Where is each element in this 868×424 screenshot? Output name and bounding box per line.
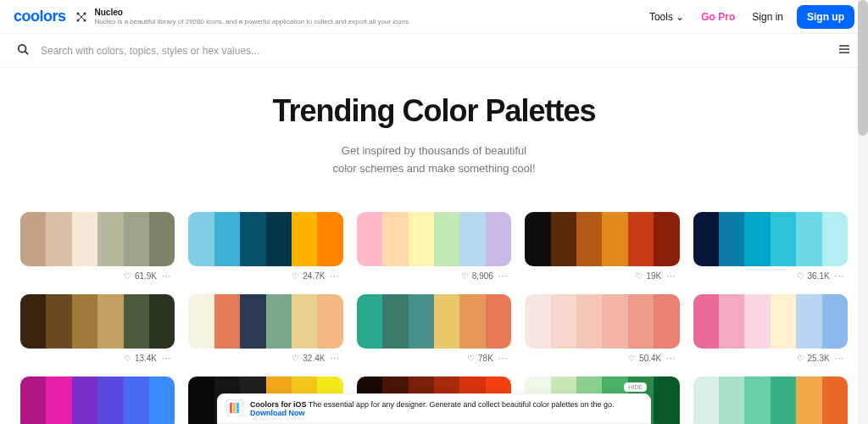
color-chip[interactable] bbox=[382, 294, 408, 349]
color-chip[interactable] bbox=[214, 294, 240, 349]
color-chip[interactable] bbox=[486, 294, 511, 349]
color-chip[interactable] bbox=[693, 294, 719, 349]
palette-swatch[interactable] bbox=[525, 212, 679, 266]
heart-icon[interactable]: ♡ bbox=[292, 271, 299, 281]
heart-icon[interactable]: ♡ bbox=[797, 354, 804, 363]
color-chip[interactable] bbox=[744, 377, 770, 424]
palette-card[interactable]: ♡78K··· bbox=[357, 294, 511, 363]
color-chip[interactable] bbox=[796, 377, 821, 424]
color-chip[interactable] bbox=[240, 212, 265, 266]
heart-icon[interactable]: ♡ bbox=[292, 354, 299, 363]
color-chip[interactable] bbox=[576, 294, 602, 349]
color-chip[interactable] bbox=[654, 377, 679, 424]
more-icon[interactable]: ··· bbox=[328, 271, 341, 281]
more-icon[interactable]: ··· bbox=[497, 354, 509, 363]
color-chip[interactable] bbox=[20, 212, 46, 266]
promo-banner[interactable]: Nucleo Nucleo is a beautiful library of … bbox=[75, 8, 411, 25]
color-chip[interactable] bbox=[188, 212, 214, 266]
color-chip[interactable] bbox=[719, 212, 744, 266]
color-chip[interactable] bbox=[576, 212, 602, 266]
palette-swatch[interactable] bbox=[20, 212, 175, 266]
color-chip[interactable] bbox=[266, 294, 292, 349]
more-icon[interactable]: ··· bbox=[665, 354, 677, 363]
color-chip[interactable] bbox=[434, 294, 459, 349]
color-chip[interactable] bbox=[602, 212, 627, 266]
color-chip[interactable] bbox=[796, 212, 821, 266]
heart-icon[interactable]: ♡ bbox=[467, 354, 475, 363]
color-chip[interactable] bbox=[240, 294, 265, 349]
heart-icon[interactable]: ♡ bbox=[124, 354, 131, 363]
palette-swatch[interactable] bbox=[20, 294, 175, 349]
color-chip[interactable] bbox=[628, 294, 654, 349]
color-chip[interactable] bbox=[124, 212, 149, 266]
more-icon[interactable]: ··· bbox=[665, 271, 677, 281]
menu-icon[interactable] bbox=[837, 42, 851, 59]
color-chip[interactable] bbox=[771, 377, 796, 424]
palette-swatch[interactable] bbox=[20, 377, 175, 424]
scroll-thumb[interactable] bbox=[858, 0, 868, 136]
palette-card[interactable]: ♡24.7K··· bbox=[188, 212, 342, 281]
color-chip[interactable] bbox=[551, 212, 576, 266]
color-chip[interactable] bbox=[214, 212, 240, 266]
palette-card[interactable]: ♡25.3K··· bbox=[693, 294, 848, 363]
color-chip[interactable] bbox=[409, 294, 434, 349]
color-chip[interactable] bbox=[97, 294, 123, 349]
hide-promo-button[interactable]: HIDE bbox=[624, 382, 647, 392]
palette-card[interactable]: ♡36.1K··· bbox=[693, 212, 848, 281]
color-chip[interactable] bbox=[551, 294, 576, 349]
palette-swatch[interactable] bbox=[188, 212, 342, 266]
color-chip[interactable] bbox=[124, 377, 149, 424]
color-chip[interactable] bbox=[20, 377, 46, 424]
color-chip[interactable] bbox=[409, 212, 434, 266]
color-chip[interactable] bbox=[525, 294, 550, 349]
palette-swatch[interactable] bbox=[188, 294, 342, 349]
palette-swatch[interactable] bbox=[357, 294, 511, 349]
scrollbar[interactable] bbox=[858, 0, 868, 424]
color-chip[interactable] bbox=[292, 212, 317, 266]
tools-menu[interactable]: Tools ⌄ bbox=[641, 6, 693, 28]
palette-swatch[interactable] bbox=[693, 212, 848, 266]
color-chip[interactable] bbox=[97, 212, 123, 266]
palette-card[interactable]: ♡19K··· bbox=[525, 212, 679, 281]
heart-icon[interactable]: ♡ bbox=[124, 271, 131, 281]
color-chip[interactable] bbox=[72, 294, 97, 349]
more-icon[interactable]: ··· bbox=[328, 354, 341, 363]
color-chip[interactable] bbox=[317, 294, 342, 349]
color-chip[interactable] bbox=[149, 294, 175, 349]
color-chip[interactable] bbox=[188, 377, 214, 424]
color-chip[interactable] bbox=[525, 212, 550, 266]
color-chip[interactable] bbox=[459, 294, 485, 349]
color-chip[interactable] bbox=[357, 212, 382, 266]
palette-card[interactable]: ♡13.4K··· bbox=[20, 294, 175, 363]
color-chip[interactable] bbox=[693, 212, 719, 266]
color-chip[interactable] bbox=[124, 294, 149, 349]
more-icon[interactable]: ··· bbox=[833, 271, 846, 281]
color-chip[interactable] bbox=[434, 212, 459, 266]
more-icon[interactable]: ··· bbox=[160, 354, 173, 363]
more-icon[interactable]: ··· bbox=[833, 354, 846, 363]
palette-swatch[interactable] bbox=[693, 377, 848, 424]
color-chip[interactable] bbox=[72, 377, 97, 424]
color-chip[interactable] bbox=[654, 212, 679, 266]
more-icon[interactable]: ··· bbox=[497, 271, 509, 281]
palette-card[interactable]: ♡61.9K··· bbox=[20, 212, 175, 281]
color-chip[interactable] bbox=[46, 377, 71, 424]
download-link[interactable]: Download Now bbox=[250, 409, 305, 417]
go-pro-link[interactable]: Go Pro bbox=[693, 6, 743, 28]
color-chip[interactable] bbox=[796, 294, 821, 349]
color-chip[interactable] bbox=[654, 294, 679, 349]
logo[interactable]: coolors bbox=[14, 8, 66, 25]
color-chip[interactable] bbox=[719, 377, 744, 424]
color-chip[interactable] bbox=[46, 294, 71, 349]
palette-card[interactable]: ♡32.4K··· bbox=[188, 294, 342, 363]
palette-swatch[interactable] bbox=[693, 294, 848, 349]
color-chip[interactable] bbox=[486, 212, 511, 266]
color-chip[interactable] bbox=[459, 212, 485, 266]
palette-swatch[interactable] bbox=[357, 212, 511, 266]
color-chip[interactable] bbox=[628, 212, 654, 266]
color-chip[interactable] bbox=[97, 377, 123, 424]
more-icon[interactable]: ··· bbox=[160, 271, 173, 281]
color-chip[interactable] bbox=[719, 294, 744, 349]
signin-link[interactable]: Sign in bbox=[743, 6, 792, 28]
color-chip[interactable] bbox=[266, 212, 292, 266]
